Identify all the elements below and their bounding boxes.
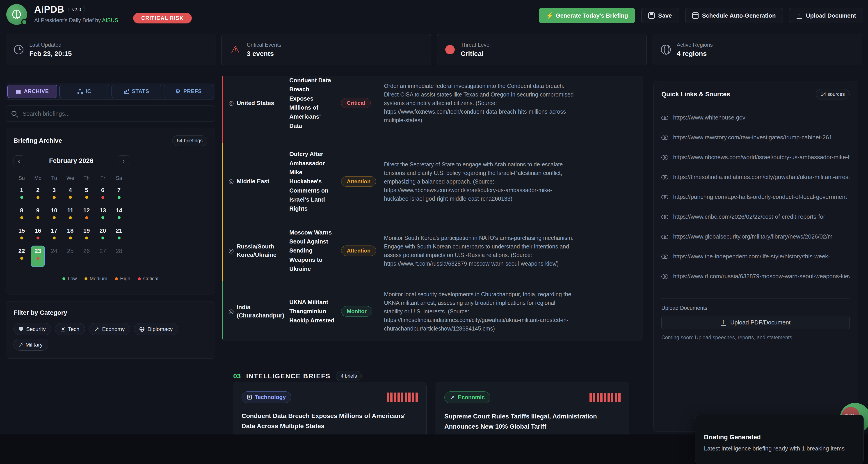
upload-pdf-button[interactable]: Upload PDF/Document — [661, 316, 849, 329]
legend-dot — [85, 277, 87, 280]
sidebar-tab[interactable]: STATS — [112, 85, 161, 98]
tab-label: ARCHIVE — [24, 88, 49, 94]
prev-month-button[interactable]: ‹ — [13, 155, 24, 166]
severity-dot — [101, 196, 104, 199]
region-headline: UKNA Militant Thangminlun Haokip Arreste… — [289, 298, 341, 325]
region-row[interactable]: India (Churachandpur) UKNA Militant Than… — [222, 281, 642, 341]
button-label: Generate Today's Briefing — [556, 12, 628, 19]
region-row[interactable]: Middle East Outcry After Ambassador Mike… — [222, 143, 642, 220]
brief-card[interactable]: Economic Supreme Court Rules Tariffs Ill… — [436, 382, 629, 434]
region-headline: Outcry After Ambassador Mike Huckabee's … — [289, 149, 341, 213]
stat-label: Threat Level — [461, 42, 491, 48]
status-badge: Monitor — [341, 306, 372, 317]
toast-notification[interactable]: Briefing Generated Latest intelligence b… — [695, 415, 864, 464]
source-link[interactable]: https://www.whitehouse.gov — [661, 108, 849, 127]
link-url: https://www.the-independent.com/life-sty… — [673, 253, 830, 260]
header-action-button[interactable]: Schedule Auto-Generation — [685, 8, 783, 23]
search-icon — [11, 111, 17, 116]
source-link[interactable]: https://www.globalsecurity.org/military/… — [661, 227, 849, 246]
region-row[interactable]: Russia/South Korea/Ukraine Moscow Warns … — [222, 220, 642, 281]
next-month-button[interactable]: › — [118, 155, 129, 166]
category-label: Diplomacy — [147, 326, 173, 332]
calendar-day[interactable]: 4 — [62, 185, 79, 206]
severity-dot — [53, 257, 56, 260]
source-link[interactable]: https://www.cnbc.com/2026/02/22/cost-of-… — [661, 207, 849, 227]
calendar-day[interactable]: 16 — [30, 226, 46, 246]
search-input[interactable] — [6, 106, 215, 122]
calendar-day[interactable]: 7 — [111, 185, 127, 206]
calendar-day[interactable]: 1 — [13, 185, 30, 206]
calendar-day[interactable]: 27 — [95, 246, 111, 266]
calendar-day[interactable]: 20 — [95, 226, 111, 246]
calendar-day[interactable]: 28 — [111, 246, 127, 266]
legend-item: Critical — [138, 276, 158, 282]
calendar-day[interactable]: 10 — [46, 206, 62, 226]
calendar-day[interactable]: 14 — [111, 206, 127, 226]
calendar-day[interactable]: 21 — [111, 226, 127, 246]
calendar-day[interactable]: 2 — [30, 185, 46, 206]
legend-dot — [138, 277, 141, 280]
calendar-day[interactable]: 3 — [46, 185, 62, 206]
source-link[interactable]: https://punchng.com/apc-hails-orderly-co… — [661, 187, 849, 207]
header-action-button[interactable]: Upload Document — [789, 8, 863, 23]
calendar-day[interactable]: 22 — [13, 246, 30, 266]
calendar-day[interactable]: 17 — [46, 226, 62, 246]
quick-links-panel: Quick Links & Sources 14 sources https:/… — [653, 81, 858, 432]
header-actions: Generate Today's Briefing Save Schedule … — [539, 8, 863, 23]
calendar-day[interactable]: 18 — [62, 226, 79, 246]
category-chip[interactable]: Economy — [89, 323, 130, 335]
calendar-day[interactable]: 9 — [30, 206, 46, 226]
category-chip[interactable]: Military — [13, 339, 48, 351]
source-link[interactable]: https://www.rawstory.com/raw-investigate… — [661, 127, 849, 147]
region-row[interactable]: United States Conduent Data Breach Expos… — [222, 76, 642, 143]
calendar-day[interactable]: 13 — [95, 206, 111, 226]
source-link[interactable]: https://www.nbcnews.com/world/israel/out… — [661, 147, 849, 167]
upload-icon — [720, 319, 727, 325]
calendar-day[interactable]: 5 — [79, 185, 95, 206]
weekday-label: Sa — [111, 175, 127, 181]
category-chip[interactable]: Diplomacy — [134, 323, 178, 335]
source-link[interactable]: https://www.the-independent.com/life-sty… — [661, 246, 849, 266]
link-chain-icon — [661, 195, 669, 199]
calendar-day[interactable]: 11 — [62, 206, 79, 226]
middle-column: United States Conduent Data Breach Expos… — [222, 76, 644, 434]
calendar-day[interactable]: 6 — [95, 185, 111, 206]
sidebar-tab[interactable]: PREFS — [164, 85, 213, 98]
severity-dot — [20, 216, 23, 219]
sidebar-tab[interactable]: IC — [60, 85, 109, 98]
sidebar-tab[interactable]: ARCHIVE — [7, 85, 57, 98]
severity-dot — [118, 236, 121, 239]
calendar-day[interactable]: 26 — [79, 246, 95, 266]
source-link[interactable]: https://timesofindia.indiatimes.com/city… — [661, 167, 849, 187]
brief-card[interactable]: Technology Conduent Data Breach Exposes … — [233, 382, 427, 434]
brief-cards: Technology Conduent Data Breach Exposes … — [233, 382, 629, 434]
archive-title: Briefing Archive — [13, 137, 62, 144]
tab-label: PREFS — [183, 88, 202, 94]
link-url: https://www.rt.com/russia/632879-moscow-… — [673, 273, 849, 280]
category-chip[interactable]: Security — [13, 323, 51, 335]
category-chip[interactable]: Tech — [55, 323, 85, 335]
stat-value: 3 events — [247, 50, 281, 57]
day-number: 3 — [53, 187, 56, 194]
source-link[interactable]: https://www.rt.com/russia/632879-moscow-… — [661, 266, 849, 286]
intensity-bars-icon — [387, 393, 418, 402]
calendar-day[interactable]: 8 — [13, 206, 30, 226]
calendar-day[interactable]: 12 — [79, 206, 95, 226]
day-number: 21 — [116, 227, 122, 234]
day-number: 13 — [100, 207, 106, 214]
day-number: 26 — [83, 248, 90, 255]
briefs-section-header: 03 INTELLIGENCE BRIEFS 4 briefs — [233, 371, 362, 381]
calendar-day[interactable]: 19 — [79, 226, 95, 246]
calendar-day[interactable]: 25 — [62, 246, 79, 266]
region-location: United States — [237, 99, 274, 107]
header-action-button[interactable]: Generate Today's Briefing — [539, 8, 635, 23]
calendar-day[interactable]: 24 — [46, 246, 62, 266]
calendar-days: 1 2 3 — [13, 185, 207, 266]
header-action-button[interactable]: Save — [641, 8, 679, 23]
stat-card: Active Regions 4 regions — [653, 34, 862, 65]
calendar-day[interactable]: 23 — [30, 246, 46, 266]
stat-label: Last Updated — [29, 42, 72, 48]
day-number: 1 — [20, 187, 23, 194]
stat-card: Threat Level Critical — [437, 34, 647, 65]
calendar-day[interactable]: 15 — [13, 226, 30, 246]
